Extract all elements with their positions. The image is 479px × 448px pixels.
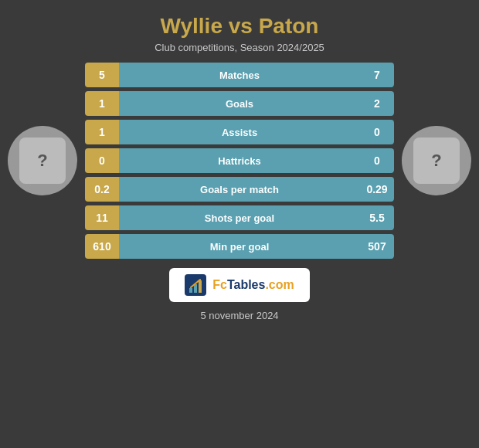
stat-row: 11 Shots per goal 5.5 [85, 205, 394, 230]
stat-label: Min per goal [119, 234, 360, 259]
avatar-right-placeholder: ? [413, 137, 460, 184]
stat-row: 1 Assists 0 [85, 120, 394, 144]
avatar-left-placeholder: ? [19, 137, 66, 184]
stat-row: 0.2 Goals per match 0.29 [85, 177, 394, 202]
stat-label: Goals [119, 91, 360, 116]
header: Wyllie vs Paton Club competitions, Seaso… [147, 0, 332, 58]
main-area: ? 5 Matches 7 1 Goals 2 1 Assists 0 0 Ha… [0, 63, 479, 259]
stat-left-value: 0.2 [85, 177, 119, 202]
stat-right-value: 2 [360, 91, 394, 116]
fctables-logo-icon [185, 274, 206, 296]
logo-area: FcTables.com [169, 268, 310, 302]
stat-left-value: 0 [85, 148, 119, 173]
avatar-left: ? [8, 126, 77, 195]
stat-right-value: 507 [360, 234, 394, 259]
page-title: Wyllie vs Paton [155, 14, 324, 39]
stat-left-value: 11 [85, 205, 119, 230]
avatar-right: ? [402, 126, 471, 195]
stat-label: Shots per goal [119, 205, 360, 230]
svg-rect-3 [199, 280, 202, 293]
stat-label: Assists [119, 120, 360, 144]
stat-row: 0 Hattricks 0 [85, 148, 394, 173]
stats-container: 5 Matches 7 1 Goals 2 1 Assists 0 0 Hatt… [85, 63, 394, 259]
stat-right-value: 0 [360, 148, 394, 173]
stat-right-value: 5.5 [360, 205, 394, 230]
stat-right-value: 0.29 [360, 177, 394, 202]
stat-label: Matches [119, 63, 360, 87]
stat-left-value: 610 [85, 234, 119, 259]
stat-row: 5 Matches 7 [85, 63, 394, 87]
stat-right-value: 7 [360, 63, 394, 87]
stat-label: Hattricks [119, 148, 360, 173]
svg-rect-1 [189, 288, 192, 293]
stat-right-value: 0 [360, 120, 394, 144]
logo-com: .com [265, 278, 294, 291]
stat-row: 1 Goals 2 [85, 91, 394, 116]
subtitle: Club competitions, Season 2024/2025 [155, 42, 324, 53]
logo-tables: Tables [227, 278, 266, 291]
logo-fc: Fc [212, 278, 227, 291]
stat-left-value: 1 [85, 91, 119, 116]
logo-text: FcTables.com [212, 278, 294, 292]
stat-row: 610 Min per goal 507 [85, 234, 394, 259]
stat-left-value: 5 [85, 63, 119, 87]
stat-left-value: 1 [85, 120, 119, 144]
stat-label: Goals per match [119, 177, 360, 202]
svg-rect-2 [194, 284, 197, 293]
date-text: 5 november 2024 [200, 310, 278, 321]
